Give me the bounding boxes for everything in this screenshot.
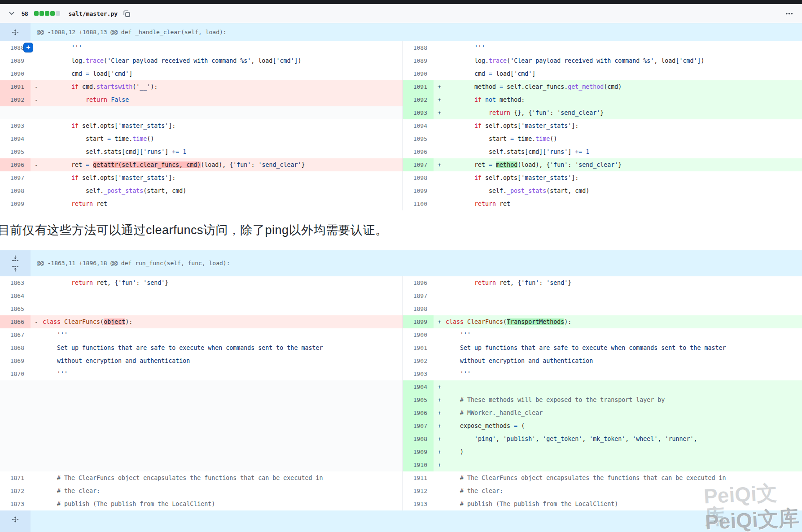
line-number-old[interactable]: 1099 (0, 197, 31, 210)
line-number-old[interactable]: 1865 (0, 302, 31, 315)
line-number-new[interactable]: 1912 (403, 484, 434, 497)
line-number-old[interactable]: 1872 (0, 484, 31, 497)
old-code-pane-row: 1868 Set up functions that are safe to e… (0, 341, 403, 354)
code-line (446, 302, 802, 315)
unfold-icon (12, 516, 19, 523)
line-number-new[interactable]: 1090 (403, 67, 434, 80)
line-number-new[interactable]: 1897 (403, 289, 434, 302)
diff-row: 1097 if self.opts['master_stats']:1098 i… (0, 171, 802, 184)
line-number-new[interactable]: 1091 (403, 80, 434, 93)
code-line: start = time.time() (446, 132, 802, 145)
line-number-old[interactable]: 1870 (0, 367, 31, 380)
line-number-new[interactable]: 1907 (403, 419, 434, 432)
expand-hunk-unfold-button[interactable] (12, 516, 19, 523)
diff-marker (31, 406, 43, 419)
line-number-old[interactable]: 1091 (0, 80, 31, 93)
expand-hunk-unfold-button[interactable] (12, 29, 19, 36)
line-number-new[interactable]: 1095 (403, 132, 434, 145)
diff-marker (434, 484, 446, 497)
line-number-old[interactable]: 1863 (0, 276, 31, 289)
line-number-new[interactable]: 1898 (403, 302, 434, 315)
diff-marker (31, 458, 43, 471)
line-number-old[interactable]: 1090 (0, 67, 31, 80)
line-number-old[interactable]: 1093 (0, 119, 31, 132)
line-number-old (0, 432, 31, 445)
line-number-new[interactable]: 1909 (403, 445, 434, 458)
copy-file-path-button[interactable] (122, 9, 131, 18)
line-number-old[interactable]: 1864 (0, 289, 31, 302)
add-comment-button[interactable]: + (23, 43, 33, 52)
line-number-new[interactable]: 1089 (403, 54, 434, 67)
file-options-kebab-button[interactable] (784, 9, 794, 18)
line-number-new[interactable]: 1899 (403, 315, 434, 328)
code-line: Set up functions that are safe to execut… (446, 341, 802, 354)
old-code-pane-row: 1097 if self.opts['master_stats']: (0, 171, 403, 184)
line-number-new[interactable]: 1093 (403, 106, 434, 119)
collapse-file-chevron-icon[interactable] (7, 9, 16, 18)
code-line: if self.opts['master_stats']: (43, 119, 403, 132)
new-code-pane-row: 1100 return ret (403, 197, 802, 210)
line-number-old[interactable]: 1096 (0, 158, 31, 171)
old-code-pane-row: 1863 return ret, {'fun': 'send'} (0, 276, 403, 289)
line-number-old[interactable]: 1098 (0, 184, 31, 197)
new-code-pane-row: 1092+ if not method: (403, 93, 802, 106)
expand-hunk-fold-up-button[interactable] (12, 265, 19, 272)
line-number-new[interactable]: 1908 (403, 432, 434, 445)
line-number-old[interactable]: 1095 (0, 145, 31, 158)
new-code-pane-row: 1095 start = time.time() (403, 132, 802, 145)
code-line: if self.opts['master_stats']: (43, 171, 403, 184)
line-number-new[interactable]: 1901 (403, 341, 434, 354)
line-number-old[interactable]: 1088+ (0, 41, 31, 54)
line-number-new[interactable]: 1097 (403, 158, 434, 171)
code-line: return ret (446, 197, 802, 210)
line-number-old[interactable]: 1866 (0, 315, 31, 328)
new-code-pane-row: 1089 log.trace('Clear payload received w… (403, 54, 802, 67)
code-line: if not method: (446, 93, 802, 106)
line-number-new[interactable]: 1903 (403, 367, 434, 380)
expand-hunk-fold-down-button[interactable] (12, 255, 19, 262)
line-number-new[interactable]: 1092 (403, 93, 434, 106)
old-code-pane-row: 1089 log.trace('Clear payload received w… (0, 54, 403, 67)
diff-marker: + (434, 380, 446, 393)
code-line: cmd = load['cmd'] (43, 67, 403, 80)
line-number-new[interactable]: 1911 (403, 471, 434, 484)
diff-row: 1095 self.stats[cmd]['runs'] += 11096 se… (0, 145, 802, 158)
line-number-new[interactable]: 1904 (403, 380, 434, 393)
diff-marker (31, 328, 43, 341)
new-code-pane-row: 1094 if self.opts['master_stats']: (403, 119, 802, 132)
line-number-old[interactable]: 1094 (0, 132, 31, 145)
line-number-old[interactable]: 1867 (0, 328, 31, 341)
diff-marker (31, 132, 43, 145)
copy-icon (123, 10, 131, 17)
diff-marker (31, 432, 43, 445)
line-number-new[interactable]: 1902 (403, 354, 434, 367)
code-line: ) (446, 445, 802, 458)
diff-marker (434, 132, 446, 145)
line-number-old[interactable]: 1869 (0, 354, 31, 367)
line-number-old[interactable]: 1097 (0, 171, 31, 184)
line-number-old[interactable]: 1868 (0, 341, 31, 354)
line-number-old[interactable]: 1092 (0, 93, 31, 106)
unfold-icon (12, 29, 19, 36)
line-number-new[interactable]: 1913 (403, 497, 434, 510)
line-number-old[interactable]: 1873 (0, 497, 31, 510)
line-number-old[interactable]: 1089 (0, 54, 31, 67)
line-number-new[interactable]: 1098 (403, 171, 434, 184)
diff-marker (434, 328, 446, 341)
line-number-old (0, 393, 31, 406)
line-number-new[interactable]: 1099 (403, 184, 434, 197)
line-number-new[interactable]: 1094 (403, 119, 434, 132)
code-line: ret = getattr(self.clear_funcs, cmd)(loa… (43, 158, 403, 171)
line-number-new[interactable]: 1896 (403, 276, 434, 289)
diff-row: 1089 log.trace('Clear payload received w… (0, 54, 802, 67)
line-number-new[interactable]: 1900 (403, 328, 434, 341)
code-line: class ClearFuncs(TransportMethods): (446, 315, 802, 328)
line-number-old[interactable]: 1871 (0, 471, 31, 484)
line-number-new[interactable]: 1906 (403, 406, 434, 419)
line-number-new[interactable]: 1905 (403, 393, 434, 406)
line-number-new[interactable]: 1100 (403, 197, 434, 210)
diff-marker: - (31, 93, 43, 106)
line-number-new[interactable]: 1096 (403, 145, 434, 158)
line-number-new[interactable]: 1088 (403, 41, 434, 54)
line-number-new[interactable]: 1910 (403, 458, 434, 471)
